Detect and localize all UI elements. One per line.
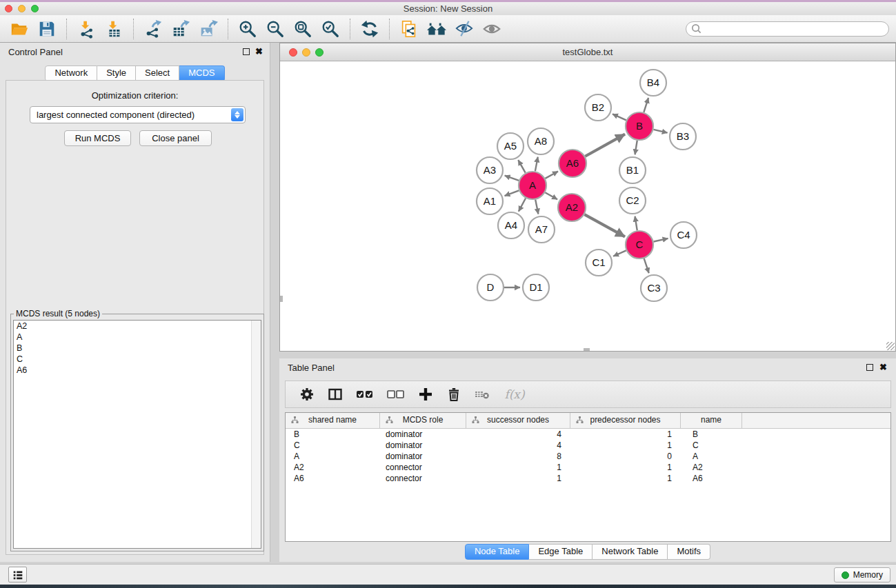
select-all-checkboxes-icon[interactable] [355, 385, 375, 403]
table-row[interactable]: Cdominator41C [286, 440, 890, 451]
graph-edge-A-A3[interactable] [505, 176, 519, 181]
tab-style[interactable]: Style [97, 65, 136, 81]
result-item[interactable]: A6 [14, 365, 261, 376]
graph-edge-A-A2[interactable] [545, 192, 557, 199]
vertical-scrollbar-thumb[interactable] [280, 296, 283, 302]
graph-node-B4[interactable]: B4 [640, 70, 666, 96]
result-item[interactable]: A [14, 332, 261, 343]
tab-edge-table[interactable]: Edge Table [529, 544, 593, 560]
graph-node-C3[interactable]: C3 [641, 275, 667, 301]
birds-eye-view-icon[interactable] [479, 17, 504, 41]
close-panel-button[interactable]: Close panel [139, 130, 212, 146]
search-field[interactable] [686, 21, 889, 37]
export-network-icon[interactable] [141, 17, 166, 41]
tab-network-table[interactable]: Network Table [593, 544, 668, 560]
import-network-icon[interactable] [74, 17, 99, 41]
column-header-successor-nodes[interactable]: successor nodes [466, 413, 570, 428]
graph-node-B1[interactable]: B1 [619, 157, 646, 183]
memory-button[interactable]: Memory [834, 567, 890, 582]
graph-node-C[interactable]: C [626, 231, 653, 258]
column-header-predecessor-nodes[interactable]: predecessor nodes [570, 413, 681, 428]
delete-table-icon[interactable] [473, 385, 491, 403]
result-list-scrollbar[interactable] [251, 321, 261, 548]
delete-column-icon[interactable] [445, 385, 463, 403]
graph-edge-B-B1[interactable] [635, 141, 637, 155]
tab-network[interactable]: Network [45, 65, 97, 81]
graph-node-A2[interactable]: A2 [558, 194, 586, 221]
graph-node-A8[interactable]: A8 [528, 128, 554, 154]
graph-node-A5[interactable]: A5 [497, 133, 524, 159]
export-image-icon[interactable] [196, 17, 221, 41]
table-row[interactable]: A6connector11A6 [286, 473, 890, 484]
graph-node-B[interactable]: B [626, 112, 653, 140]
close-table-panel-icon[interactable]: ✖ [879, 362, 887, 373]
open-session-icon[interactable] [7, 17, 32, 41]
horizontal-scrollbar-thumb[interactable] [584, 348, 590, 351]
graph-node-C2[interactable]: C2 [619, 187, 646, 214]
graph-node-A4[interactable]: A4 [498, 212, 524, 239]
tab-mcds[interactable]: MCDS [179, 65, 224, 81]
search-input[interactable] [702, 23, 888, 35]
deselect-all-checkboxes-icon[interactable] [386, 385, 406, 403]
graph-node-D[interactable]: D [477, 274, 504, 301]
graph-node-A7[interactable]: A7 [528, 216, 555, 243]
table-row[interactable]: Bdominator41B [286, 429, 890, 440]
network-canvas[interactable]: B4B2BB3A8A5A6A3B1AA1C2A2A4A7C4CC1C3DD1 [280, 61, 895, 351]
mcds-result-list[interactable]: A2ABCA6 [13, 320, 261, 549]
zoom-fit-icon[interactable] [290, 17, 315, 41]
tab-node-table[interactable]: Node Table [465, 544, 530, 560]
network-from-file-icon[interactable] [397, 17, 421, 41]
import-table-icon[interactable] [101, 17, 126, 41]
task-history-button[interactable] [8, 567, 27, 582]
graph-node-C4[interactable]: C4 [670, 222, 697, 248]
graph-node-A3[interactable]: A3 [477, 157, 503, 183]
home-view-icon[interactable] [424, 17, 449, 41]
graph-edge-C-C4[interactable] [654, 239, 668, 242]
add-column-icon[interactable] [417, 385, 435, 403]
graph-edge-A-A7[interactable] [535, 200, 538, 214]
graph-edge-B-B3[interactable] [653, 130, 667, 133]
graph-edge-C-C1[interactable] [613, 250, 626, 256]
graph-node-D1[interactable]: D1 [523, 274, 549, 301]
graph-edge-C-C2[interactable] [635, 216, 637, 231]
save-session-icon[interactable] [34, 17, 59, 41]
export-table-icon[interactable] [168, 17, 193, 41]
resize-grip-icon[interactable] [886, 342, 895, 350]
result-item[interactable]: C [14, 354, 261, 365]
column-settings-icon[interactable] [298, 385, 316, 403]
hide-graphics-details-icon[interactable] [452, 17, 477, 41]
network-window-titlebar[interactable]: testGlobe.txt [280, 43, 895, 61]
refresh-view-icon[interactable] [357, 17, 382, 41]
column-layout-icon[interactable] [326, 385, 344, 403]
graph-edge-A-A6[interactable] [545, 172, 558, 179]
graph-node-B2[interactable]: B2 [585, 94, 611, 121]
graph-edge-A-A8[interactable] [535, 157, 538, 172]
graph-edge-A-A4[interactable] [519, 199, 526, 212]
graph-edge-A-A5[interactable] [518, 160, 525, 173]
function-builder-icon[interactable]: f(x) [501, 385, 528, 403]
column-header-shared-name[interactable]: shared name [286, 413, 380, 428]
criterion-dropdown[interactable]: largest connected component (directed) [30, 106, 246, 123]
graph-node-A1[interactable]: A1 [477, 188, 503, 214]
column-header-name[interactable]: name [681, 413, 742, 428]
graph-node-B3[interactable]: B3 [670, 123, 696, 150]
zoom-selected-icon[interactable] [318, 17, 343, 41]
table-row[interactable]: Adominator80A [286, 451, 890, 462]
zoom-in-icon[interactable] [235, 17, 260, 41]
result-item[interactable]: B [14, 343, 261, 354]
graph-node-A6[interactable]: A6 [559, 150, 586, 177]
graph-edge-A2-C[interactable] [584, 214, 625, 236]
result-item[interactable]: A2 [14, 321, 261, 332]
table-row[interactable]: A2connector11A2 [286, 462, 890, 473]
run-mcds-button[interactable]: Run MCDS [64, 130, 131, 146]
float-table-panel-icon[interactable] [866, 364, 873, 371]
zoom-out-icon[interactable] [263, 17, 288, 41]
tab-select[interactable]: Select [136, 65, 179, 81]
graph-edge-A-A1[interactable] [505, 190, 519, 196]
column-header-MCDS-role[interactable]: MCDS role [380, 413, 466, 428]
graph-edge-B-B4[interactable] [644, 98, 648, 112]
graph-edge-A6-B[interactable] [585, 134, 625, 156]
graph-edge-B-B2[interactable] [613, 114, 626, 120]
tab-motifs[interactable]: Motifs [668, 544, 710, 560]
close-panel-icon[interactable]: ✖ [255, 46, 263, 57]
